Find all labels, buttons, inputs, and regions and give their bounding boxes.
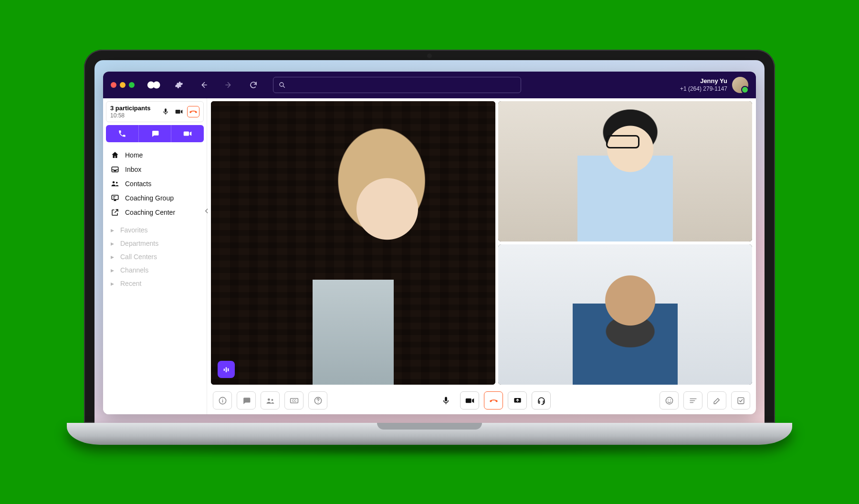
nav-forward-button[interactable] bbox=[220, 77, 237, 93]
help-icon bbox=[314, 396, 323, 405]
group-call-centers[interactable]: ▸Call Centers bbox=[103, 250, 207, 263]
nav-label: Home bbox=[125, 151, 143, 159]
participant-video bbox=[211, 101, 495, 385]
help-button[interactable] bbox=[308, 391, 327, 410]
inbox-icon bbox=[111, 165, 119, 174]
nav-coaching-center[interactable]: Coaching Center bbox=[103, 205, 207, 220]
titlebar: Jenny Yu +1 (264) 279-1147 bbox=[103, 72, 756, 98]
user-name: Jenny Yu bbox=[680, 77, 727, 85]
hangup-icon bbox=[489, 396, 498, 405]
laptop-camera bbox=[427, 53, 432, 58]
notes-button[interactable] bbox=[683, 391, 702, 410]
video-grid bbox=[211, 101, 752, 385]
captions-button[interactable] bbox=[284, 391, 304, 410]
mic-icon bbox=[441, 396, 450, 405]
group-recent[interactable]: ▸Recent bbox=[103, 277, 207, 290]
nav-inbox[interactable]: Inbox bbox=[103, 162, 207, 177]
group-favorites[interactable]: ▸Favorites bbox=[103, 223, 207, 237]
group-label: Departments bbox=[120, 240, 158, 247]
audio-device-button[interactable] bbox=[532, 391, 551, 410]
hangup-button[interactable] bbox=[484, 391, 503, 410]
controls-right-group bbox=[660, 391, 750, 410]
contacts-icon bbox=[111, 179, 119, 188]
video-tile-1[interactable] bbox=[211, 101, 495, 385]
search-bar[interactable] bbox=[273, 77, 521, 93]
video-icon bbox=[183, 129, 192, 138]
nav-label: Coaching Group bbox=[125, 194, 174, 202]
reactions-button[interactable] bbox=[660, 391, 679, 410]
active-speaker-badge bbox=[218, 361, 235, 378]
window-minimize-button[interactable] bbox=[120, 82, 126, 88]
group-label: Channels bbox=[120, 266, 148, 274]
share-screen-button[interactable] bbox=[508, 391, 527, 410]
search-input[interactable] bbox=[290, 81, 516, 89]
chat-panel-button[interactable] bbox=[237, 391, 256, 410]
nav-home[interactable]: Home bbox=[103, 148, 207, 162]
window-controls bbox=[111, 82, 135, 88]
settings-button[interactable] bbox=[171, 77, 187, 93]
nav-contacts[interactable]: Contacts bbox=[103, 177, 207, 191]
whiteboard-icon bbox=[111, 194, 119, 202]
nav-back-button[interactable] bbox=[196, 77, 212, 93]
window-maximize-button[interactable] bbox=[129, 82, 135, 88]
mute-toggle-mini[interactable] bbox=[160, 106, 171, 117]
mode-switcher bbox=[106, 125, 204, 142]
search-icon bbox=[278, 81, 286, 89]
user-phone: +1 (264) 279-1147 bbox=[680, 85, 727, 93]
group-departments[interactable]: ▸Departments bbox=[103, 237, 207, 250]
mode-phone[interactable] bbox=[106, 125, 139, 142]
user-avatar bbox=[732, 77, 748, 93]
current-user[interactable]: Jenny Yu +1 (264) 279-1147 bbox=[680, 77, 748, 93]
laptop-shadow bbox=[105, 445, 754, 454]
sidebar-collapse-button[interactable] bbox=[202, 203, 211, 219]
nav-coaching-group[interactable]: Coaching Group bbox=[103, 191, 207, 205]
call-controls bbox=[211, 385, 752, 410]
participants-count: 3 participants bbox=[110, 105, 157, 112]
participants-icon bbox=[266, 396, 275, 405]
edit-icon bbox=[712, 396, 722, 405]
task-icon bbox=[736, 396, 745, 405]
nav-label: Inbox bbox=[125, 166, 141, 173]
info-button[interactable] bbox=[213, 391, 232, 410]
app-window: Jenny Yu +1 (264) 279-1147 3 participant… bbox=[103, 72, 756, 414]
sidebar-groups: ▸Favorites ▸Departments ▸Call Centers ▸C… bbox=[103, 220, 207, 293]
laptop-screen-bezel: Jenny Yu +1 (264) 279-1147 3 participant… bbox=[84, 50, 775, 423]
participants-button[interactable] bbox=[261, 391, 280, 410]
share-screen-icon bbox=[513, 396, 522, 405]
controls-left-group bbox=[213, 391, 327, 410]
nav-refresh-button[interactable] bbox=[245, 77, 262, 93]
nav-label: Contacts bbox=[125, 180, 151, 188]
group-label: Favorites bbox=[120, 226, 148, 234]
group-label: Call Centers bbox=[120, 253, 157, 261]
video-icon bbox=[465, 396, 474, 405]
cc-icon bbox=[290, 396, 299, 405]
laptop-base bbox=[67, 423, 792, 445]
nav-label: Coaching Center bbox=[125, 209, 175, 216]
external-link-icon bbox=[111, 208, 119, 217]
laptop-screen: Jenny Yu +1 (264) 279-1147 3 participant… bbox=[94, 60, 765, 423]
group-label: Recent bbox=[120, 280, 141, 287]
primary-nav: Home Inbox Contacts Coaching Group Coach… bbox=[103, 147, 207, 220]
hangup-button-mini[interactable] bbox=[187, 106, 199, 117]
active-call-strip: 3 participants 10:58 bbox=[106, 101, 204, 122]
window-close-button[interactable] bbox=[111, 82, 116, 88]
mute-toggle[interactable] bbox=[436, 391, 455, 410]
emoji-icon bbox=[665, 396, 674, 405]
video-toggle[interactable] bbox=[460, 391, 479, 410]
main-area bbox=[207, 98, 756, 414]
mode-video[interactable] bbox=[171, 125, 204, 142]
call-duration: 10:58 bbox=[110, 112, 157, 119]
controls-center-group bbox=[436, 391, 551, 410]
group-channels[interactable]: ▸Channels bbox=[103, 263, 207, 277]
tasks-button[interactable] bbox=[731, 391, 750, 410]
notes-icon bbox=[689, 396, 698, 405]
participant-video bbox=[498, 101, 752, 242]
phone-icon bbox=[118, 129, 126, 138]
annotate-button[interactable] bbox=[707, 391, 726, 410]
brand-logo bbox=[146, 80, 162, 90]
video-toggle-mini[interactable] bbox=[174, 106, 184, 117]
video-tile-3[interactable] bbox=[498, 244, 752, 385]
mode-chat[interactable] bbox=[139, 125, 172, 142]
video-tile-2[interactable] bbox=[498, 101, 752, 242]
laptop-frame: Jenny Yu +1 (264) 279-1147 3 participant… bbox=[67, 50, 792, 454]
